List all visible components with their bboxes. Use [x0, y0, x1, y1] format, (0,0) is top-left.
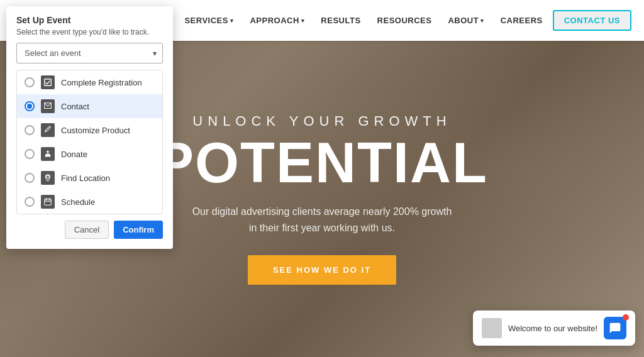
nav-item-results[interactable]: RESULTS	[314, 12, 367, 29]
radio-schedule	[25, 197, 35, 207]
message-icon	[609, 322, 621, 334]
event-option-schedule[interactable]: Schedule	[17, 190, 162, 214]
nav-links: SERVICES ▾ APPROACH ▾ RESULTS RESOURCES …	[178, 10, 631, 31]
chat-icon-button[interactable]	[604, 317, 626, 339]
find-location-icon	[41, 171, 55, 185]
chat-message: Welcome to our website!	[508, 324, 597, 333]
contact-icon	[41, 99, 55, 113]
nav-item-about[interactable]: ABOUT ▾	[441, 12, 490, 29]
cancel-button[interactable]: Cancel	[65, 221, 109, 239]
event-label-customize-product: Customize Product	[61, 126, 155, 135]
setup-panel-title: Set Up Event	[16, 15, 163, 25]
customize-product-icon	[41, 123, 55, 137]
svg-rect-2	[45, 199, 52, 206]
nav-item-resources[interactable]: RESOURCES	[371, 12, 438, 29]
hero-cta-button[interactable]: SEE HOW WE DO IT	[248, 255, 396, 285]
event-option-customize-product[interactable]: Customize Product	[17, 118, 162, 142]
nav-item-careers[interactable]: CAREERS	[494, 12, 549, 29]
nav-item-approach[interactable]: APPROACH ▾	[243, 12, 311, 29]
event-dropdown-list: Complete Registration Contact Customize …	[16, 70, 163, 214]
hero-subtitle: UNLOCK YOUR GROWTH	[156, 113, 488, 129]
hero-content: UNLOCK YOUR GROWTH POTENTIAL Our digital…	[143, 113, 501, 284]
donate-icon	[41, 147, 55, 161]
radio-find-location	[25, 173, 35, 183]
svg-point-1	[47, 175, 49, 178]
chevron-down-icon: ▾	[480, 18, 484, 24]
chevron-down-icon: ▾	[230, 18, 234, 24]
schedule-icon	[41, 195, 55, 209]
event-label-complete-registration: Complete Registration	[61, 78, 155, 87]
event-label-find-location: Find Location	[61, 173, 155, 183]
event-option-donate[interactable]: Donate	[17, 142, 162, 166]
radio-complete-registration	[25, 77, 35, 87]
event-option-complete-registration[interactable]: Complete Registration	[17, 70, 162, 94]
hero-title: POTENTIAL	[156, 135, 488, 191]
hero-description: Our digital advertising clients average …	[190, 204, 454, 236]
nav-item-services[interactable]: SERVICES ▾	[178, 12, 240, 29]
complete-registration-icon	[41, 75, 55, 89]
chat-widget[interactable]: Welcome to our website!	[473, 310, 635, 346]
notification-badge	[623, 314, 629, 321]
confirm-button[interactable]: Confirm	[114, 221, 163, 239]
event-select[interactable]: Select an event	[16, 43, 163, 63]
event-option-contact[interactable]: Contact	[17, 94, 162, 118]
chevron-down-icon: ▾	[301, 18, 305, 24]
radio-contact	[25, 101, 35, 111]
setup-actions: Cancel Confirm	[16, 221, 163, 239]
event-label-schedule: Schedule	[61, 197, 155, 207]
event-select-wrapper: Select an event ▾	[16, 43, 163, 63]
avatar	[482, 318, 502, 338]
event-label-contact: Contact	[61, 102, 155, 111]
radio-donate	[25, 149, 35, 159]
svg-rect-0	[45, 79, 52, 86]
contact-us-button[interactable]: CONTACT US	[553, 10, 631, 31]
radio-customize-product	[25, 125, 35, 135]
event-option-find-location[interactable]: Find Location	[17, 166, 162, 190]
event-label-donate: Donate	[61, 150, 155, 159]
setup-event-panel: Set Up Event Select the event type you'd…	[6, 6, 173, 249]
setup-panel-subtitle: Select the event type you'd like to trac…	[16, 28, 163, 36]
